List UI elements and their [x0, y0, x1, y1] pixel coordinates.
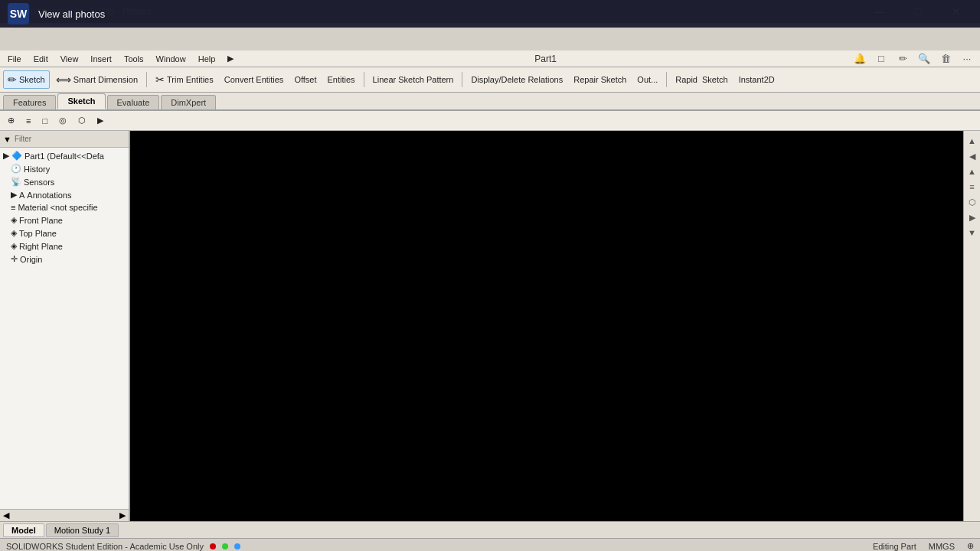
- panel-scroll-arrows[interactable]: ◀ ▶: [0, 509, 129, 521]
- tree-sensors[interactable]: 📡 Sensors: [0, 175, 129, 188]
- app-logo: SW: [8, 3, 29, 24]
- filter-icon: ▼: [3, 135, 11, 144]
- sketch-tool-2[interactable]: ≡: [21, 112, 35, 130]
- front-plane-label: Front Plane: [19, 216, 63, 225]
- trim-entities-button[interactable]: ✂ Trim Entities: [151, 70, 218, 89]
- view-hex-button[interactable]: ⬡: [965, 195, 979, 209]
- more-button[interactable]: ···: [959, 51, 975, 67]
- status-dot-red: [210, 543, 216, 549]
- status-bar-right: Editing Part MMGS ⊕: [873, 541, 974, 551]
- menu-file[interactable]: File: [2, 53, 28, 65]
- tree-front-plane[interactable]: ◈ Front Plane: [0, 214, 129, 227]
- tree-top-plane[interactable]: ◈ Top Plane: [0, 227, 129, 240]
- expand-annotations-icon: ▶: [11, 190, 17, 200]
- annotations-label: Annotations: [27, 191, 71, 200]
- offset-entities-sub[interactable]: Entities: [323, 70, 360, 89]
- tab-evaluate[interactable]: Evaluate: [107, 95, 160, 109]
- linear-sketch-button[interactable]: Linear Sketch Pattern: [368, 70, 459, 89]
- toolbar-row-1: ✏ Sketch ⟺ Smart Dimension ✂ Trim Entiti…: [3, 69, 977, 90]
- tab-motion-study[interactable]: Motion Study 1: [46, 523, 119, 537]
- part-icon: 🔷: [11, 151, 22, 161]
- view-up-button[interactable]: ▲: [965, 134, 979, 148]
- repair-sketch-button[interactable]: Repair Sketch: [569, 70, 631, 89]
- toolbar-row-2: ⊕ ≡ □ ◎ ⬡ ▶: [0, 111, 980, 131]
- tab-dimxpert[interactable]: DimXpert: [161, 95, 216, 109]
- menu-bar: File Edit View Insert Tools Window Help …: [0, 51, 980, 67]
- sketch-tool-4[interactable]: ◎: [54, 112, 71, 130]
- tab-model[interactable]: Model: [3, 523, 44, 537]
- menu-edit[interactable]: Edit: [28, 53, 54, 65]
- sketch-tool-5[interactable]: ⬡: [74, 112, 90, 130]
- view-all-photos-label[interactable]: View all photos: [38, 8, 105, 20]
- origin-icon: ✛: [11, 254, 18, 264]
- separator-3: [462, 72, 462, 87]
- top-plane-label: Top Plane: [19, 229, 57, 238]
- search-button[interactable]: 🔍: [916, 51, 933, 67]
- tree-right-plane[interactable]: ◈ Right Plane: [0, 240, 129, 253]
- part-label: Part1 (Default<<Defa: [24, 152, 104, 161]
- material-label: Material <not specifie: [18, 203, 97, 212]
- notification-button[interactable]: 🔔: [851, 51, 868, 67]
- top-plane-icon: ◈: [11, 228, 17, 238]
- convert-entities-button[interactable]: Convert Entities: [220, 70, 289, 89]
- right-toolbar: ▲ ◀ ▲ ≡ ⬡ ▶ ▼: [963, 131, 980, 521]
- origin-label: Origin: [20, 255, 42, 264]
- display-delete-button[interactable]: Display/Delete Relations: [466, 70, 567, 89]
- 3d-viewport[interactable]: ✛: [130, 131, 963, 521]
- rapid-sketch-button[interactable]: RapidSketch: [671, 70, 732, 89]
- separator-2: [364, 72, 364, 87]
- status-segment-red: [210, 543, 216, 549]
- smart-dimension-button[interactable]: ⟺ Smart Dimension: [51, 70, 142, 89]
- out-button[interactable]: Out...: [632, 70, 662, 89]
- menu-view[interactable]: View: [54, 53, 85, 65]
- history-label: History: [24, 165, 50, 174]
- tree-history[interactable]: 🕐 History: [0, 162, 129, 175]
- scroll-right-icon: ▶: [119, 510, 126, 520]
- right-plane-icon: ◈: [11, 241, 17, 251]
- front-plane-icon: ◈: [11, 215, 17, 225]
- tabs-bar: Features Sketch Evaluate DimXpert: [0, 93, 980, 111]
- view-list-button[interactable]: ≡: [965, 180, 979, 194]
- sketch-tool-3[interactable]: □: [38, 112, 52, 130]
- menu-window[interactable]: Window: [150, 53, 192, 65]
- sketch-tool-1[interactable]: ⊕: [3, 112, 19, 130]
- tab-sketch[interactable]: Sketch: [57, 93, 105, 109]
- annotations-icon: A: [19, 191, 24, 200]
- sketch-button[interactable]: ✏ Sketch: [3, 70, 50, 89]
- editing-part-label: Editing Part: [873, 542, 916, 551]
- cursor-icon: ⊕: [967, 541, 974, 551]
- tab-features[interactable]: Features: [3, 95, 56, 109]
- separator-4: [666, 72, 667, 87]
- status-segment-blue: [234, 543, 240, 549]
- tree-material[interactable]: ≡ Material <not specifie: [0, 201, 129, 214]
- expand-icon: ▶: [3, 151, 9, 161]
- offset-entities-button[interactable]: Offset: [289, 70, 321, 89]
- view-down-button[interactable]: ▼: [965, 226, 979, 240]
- panel-header: ▼ Filter: [0, 131, 129, 148]
- menu-tools[interactable]: Tools: [118, 53, 150, 65]
- filter-label: Filter: [15, 135, 31, 143]
- history-icon: 🕐: [11, 164, 21, 174]
- photos-bar: SW View all photos: [0, 0, 980, 28]
- sketch-tool-more[interactable]: ▶: [93, 112, 108, 130]
- window-toggle-button[interactable]: □: [873, 51, 890, 67]
- tree-annotations[interactable]: ▶ A Annotations: [0, 188, 129, 201]
- separator-1: [146, 72, 147, 87]
- status-dot-blue: [234, 543, 240, 549]
- trash-button[interactable]: 🗑: [937, 51, 954, 67]
- instant2d-button[interactable]: Instant2D: [734, 70, 779, 89]
- view-left-button[interactable]: ◀: [965, 149, 979, 163]
- tree-origin[interactable]: ✛ Origin: [0, 253, 129, 266]
- status-dot-green: [222, 543, 228, 549]
- menu-help[interactable]: Help: [192, 53, 222, 65]
- view-play-button[interactable]: ▶: [965, 210, 979, 224]
- material-icon: ≡: [11, 203, 15, 212]
- toolbar-area: ✏ Sketch ⟺ Smart Dimension ✂ Trim Entiti…: [0, 67, 980, 93]
- menu-insert[interactable]: Insert: [84, 53, 118, 65]
- feature-tree: ▶ 🔷 Part1 (Default<<Defa 🕐 History 📡 Sen…: [0, 148, 129, 509]
- main-area: ▼ Filter ▶ 🔷 Part1 (Default<<Defa 🕐 Hist…: [0, 131, 980, 521]
- view-up2-button[interactable]: ▲: [965, 165, 979, 178]
- menu-more[interactable]: ▶: [221, 52, 240, 65]
- tree-root-part[interactable]: ▶ 🔷 Part1 (Default<<Defa: [0, 149, 129, 162]
- pen-button[interactable]: ✏: [894, 51, 911, 67]
